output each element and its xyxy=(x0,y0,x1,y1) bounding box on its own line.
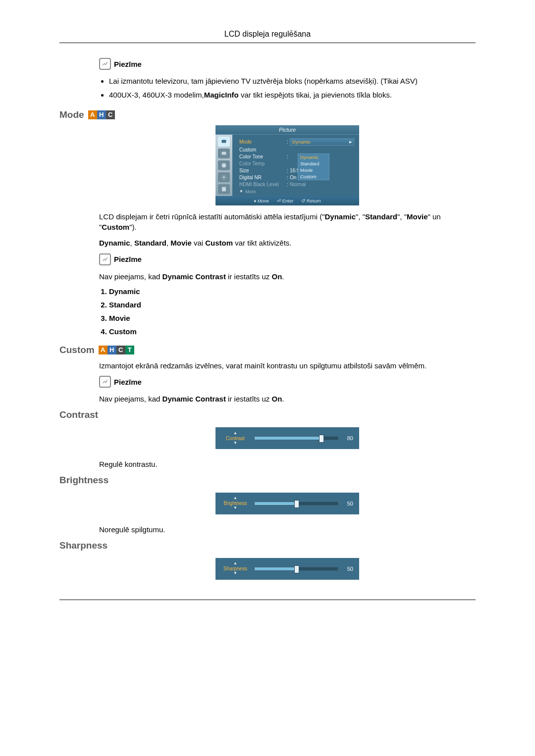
brightness-desc: Noregulē spilgtumu. xyxy=(99,524,476,535)
slider-up-arrow-icon: ▲ xyxy=(233,561,237,566)
osd-sidebar xyxy=(215,135,232,196)
section-title: Brightness xyxy=(59,475,108,486)
osd-row-mode: Mode : Dynamic▶ xyxy=(239,138,354,147)
note-label: Piezīme xyxy=(114,378,142,386)
mode-list: Dynamic Standard Movie Custom xyxy=(99,287,476,336)
osd-sidebar-icon xyxy=(218,149,230,158)
section-heading-contrast: Contrast xyxy=(59,409,476,420)
top-note-item: 400UX-3, 460UX-3 modelim,MagicInfo var t… xyxy=(109,90,476,101)
slider-value: 50 xyxy=(343,566,353,572)
badges-mode: A H C xyxy=(88,110,115,119)
note-label: Piezīme xyxy=(114,255,142,263)
osd-sidebar-icon xyxy=(218,172,230,182)
osd-row-more: ▼More xyxy=(239,188,354,195)
page-header: LCD displeja regulēšana xyxy=(59,30,476,43)
osd-footer-enter: ⏎ Enter xyxy=(277,198,293,203)
note-label: Piezīme xyxy=(114,60,142,68)
osd-mode-option[interactable]: Movie xyxy=(298,167,329,173)
note-icon xyxy=(99,376,111,388)
badge-a: A xyxy=(99,346,107,354)
svg-rect-4 xyxy=(222,187,226,191)
osd-footer-return: ↺ Return xyxy=(301,198,321,203)
mode-note-body: Nav pieejams, kad Dynamic Contrast ir ie… xyxy=(99,271,476,282)
osd-sidebar-icon xyxy=(218,160,230,170)
osd-title: Picture xyxy=(215,125,359,135)
custom-para: Izmantojot ekrānā redzamās izvēlnes, var… xyxy=(99,360,476,371)
osd-row: HDMI Black Level:Normal xyxy=(239,181,354,188)
badge-t: T xyxy=(125,346,134,354)
osd-sidebar-icon xyxy=(218,137,230,147)
osd-row: Digital NR:On xyxy=(239,174,354,181)
slider-panel-brightness: ▲ Brightness ▼ 50 xyxy=(215,493,359,514)
slider-thumb[interactable] xyxy=(319,435,324,443)
osd-row: Color Tone: xyxy=(239,153,354,160)
footer-rule xyxy=(59,600,476,600)
osd-mode-dropdown-list[interactable]: Dynamic Standard Movie Custom xyxy=(298,153,329,180)
osd-row: Color Temp xyxy=(239,160,354,167)
badge-c: C xyxy=(116,346,125,354)
note-icon xyxy=(99,253,111,265)
section-heading-sharpness: Sharpness xyxy=(59,540,476,551)
custom-note-body: Nav pieejams, kad Dynamic Contrast ir ie… xyxy=(99,394,476,404)
slider-track[interactable] xyxy=(254,502,338,505)
svg-rect-1 xyxy=(222,151,226,154)
section-title: Contrast xyxy=(59,409,98,420)
badge-h: H xyxy=(97,110,106,119)
note-block: Piezīme xyxy=(99,253,476,265)
slider-down-arrow-icon: ▼ xyxy=(233,506,237,510)
mode-list-item: Dynamic xyxy=(109,287,476,296)
top-note-item: Lai izmantotu televizoru, tam jāpievieno… xyxy=(109,76,476,87)
slider-up-arrow-icon: ▲ xyxy=(233,431,237,436)
mode-para1: LCD displejam ir četri rūpnīcā iestatīti… xyxy=(99,211,476,233)
slider-down-arrow-icon: ▼ xyxy=(233,571,237,576)
badge-a: A xyxy=(88,110,97,119)
slider-panel-contrast: ▲ Contrast ▼ 80 xyxy=(215,427,359,449)
mode-list-item: Standard xyxy=(109,301,476,309)
osd-row: Size:16:9 xyxy=(239,167,354,174)
badge-c: C xyxy=(106,110,115,119)
section-title: Custom xyxy=(59,345,95,355)
section-heading-brightness: Brightness xyxy=(59,475,476,486)
slider-thumb[interactable] xyxy=(294,565,299,573)
osd-panel: Picture Mode : xyxy=(215,125,359,205)
slider-panel-sharpness: ▲ Sharpness ▼ 50 xyxy=(215,558,359,580)
badge-h: H xyxy=(107,346,116,354)
slider-track[interactable] xyxy=(254,436,338,440)
note-block: Piezīme xyxy=(99,58,476,70)
slider-value: 50 xyxy=(343,501,353,506)
mode-list-item: Movie xyxy=(109,314,476,322)
slider-track[interactable] xyxy=(254,567,338,571)
osd-row: Custom xyxy=(239,147,354,153)
top-note-list: Lai izmantotu televizoru, tam jāpievieno… xyxy=(99,76,476,101)
osd-row-label: Mode xyxy=(239,139,287,145)
slider-up-arrow-icon: ▲ xyxy=(233,496,237,501)
osd-mode-option[interactable]: Custom xyxy=(298,173,329,180)
note-icon xyxy=(99,58,111,70)
section-heading-custom: Custom A H C T xyxy=(59,345,476,355)
slider-thumb[interactable] xyxy=(294,500,299,508)
slider-down-arrow-icon: ▼ xyxy=(233,441,237,446)
section-title: Mode xyxy=(59,109,84,120)
page-title: LCD displeja regulēšana xyxy=(224,30,311,38)
mode-para2: Dynamic, Standard, Movie vai Custom var … xyxy=(99,238,476,249)
section-title: Sharpness xyxy=(59,540,107,551)
osd-mode-option[interactable]: Standard xyxy=(298,160,329,167)
note-block: Piezīme xyxy=(99,376,476,388)
osd-mode-option[interactable]: Dynamic xyxy=(298,154,329,160)
osd-mode-dropdown[interactable]: Dynamic▶ xyxy=(290,138,354,146)
contrast-desc: Regulē kontrastu. xyxy=(99,459,476,470)
mode-list-item: Custom xyxy=(109,327,476,336)
slider-label: Contrast xyxy=(226,436,245,441)
osd-footer-move: ♦ Move xyxy=(254,198,269,203)
osd-footer: ♦ Move ⏎ Enter ↺ Return xyxy=(215,196,359,205)
svg-point-2 xyxy=(222,163,226,167)
svg-point-3 xyxy=(223,176,225,178)
osd-sidebar-icon xyxy=(218,184,230,194)
svg-rect-0 xyxy=(222,140,226,143)
slider-value: 80 xyxy=(343,435,353,441)
section-heading-mode: Mode A H C xyxy=(59,109,476,120)
